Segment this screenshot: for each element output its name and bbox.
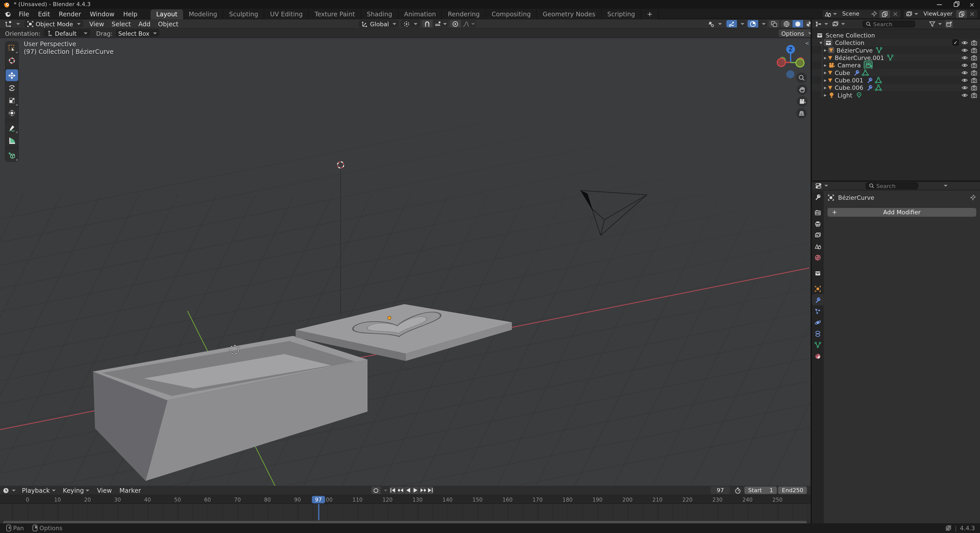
sidebar-collapse-arrow[interactable]: < bbox=[805, 41, 809, 46]
hide-viewport-eye-icon[interactable] bbox=[961, 39, 968, 46]
collapse-chevron-icon[interactable]: ▾ bbox=[818, 40, 824, 45]
playhead-line[interactable] bbox=[318, 504, 319, 520]
tab-render[interactable] bbox=[812, 207, 824, 218]
viewport-menu-object[interactable]: Object bbox=[154, 21, 182, 27]
tab-particles[interactable] bbox=[812, 305, 824, 317]
tab-rendering[interactable]: Rendering bbox=[442, 9, 486, 19]
outliner-row-cube[interactable]: ▸ ▼ Cube bbox=[812, 69, 980, 76]
tab-compositing[interactable]: Compositing bbox=[486, 9, 537, 19]
disable-render-camera-icon[interactable] bbox=[970, 62, 977, 68]
disable-render-camera-icon[interactable] bbox=[970, 84, 977, 91]
properties-search[interactable] bbox=[865, 182, 918, 189]
tool-transform[interactable] bbox=[6, 107, 18, 119]
scene-pin-button[interactable] bbox=[869, 10, 879, 18]
outliner-row-light[interactable]: ▸ Light bbox=[812, 91, 980, 98]
ortho-toggle-button[interactable] bbox=[796, 108, 807, 119]
hide-viewport-eye-icon[interactable] bbox=[961, 46, 968, 53]
snap-settings-dropdown[interactable] bbox=[433, 20, 449, 28]
tool-annotate[interactable] bbox=[6, 122, 18, 134]
tab-scene[interactable] bbox=[812, 240, 824, 252]
shading-solid-button[interactable] bbox=[792, 20, 803, 28]
hide-viewport-eye-icon[interactable] bbox=[961, 84, 968, 91]
menu-help[interactable]: Help bbox=[119, 8, 142, 19]
frame-start-field[interactable]: Start1 bbox=[744, 487, 777, 494]
tab-material[interactable] bbox=[812, 350, 824, 362]
show-gizmo-toggle[interactable] bbox=[726, 20, 737, 28]
outliner-search-input[interactable] bbox=[873, 21, 912, 27]
outliner-row-cube-006[interactable]: ▸ ▼ Cube.006 bbox=[812, 84, 980, 91]
auto-keying-toggle[interactable] bbox=[371, 487, 381, 494]
auto-keying-dropdown[interactable] bbox=[381, 487, 390, 494]
show-overlays-toggle[interactable] bbox=[748, 20, 758, 28]
hide-viewport-eye-icon[interactable] bbox=[961, 69, 968, 76]
object-type-visibility-dropdown[interactable] bbox=[705, 20, 724, 28]
breadcrumb-object-name[interactable]: BézierCurve bbox=[838, 194, 874, 201]
properties-search-input[interactable] bbox=[876, 183, 915, 189]
viewport-menu-view[interactable]: View bbox=[86, 21, 108, 27]
outliner-row-beziercurve-001[interactable]: ▸ ▼ BézierCurve.001 bbox=[812, 54, 980, 61]
tab-world[interactable] bbox=[812, 252, 824, 263]
disable-render-camera-icon[interactable] bbox=[970, 92, 977, 98]
outliner-filter-dropdown[interactable] bbox=[929, 21, 942, 27]
bezier-curve-object[interactable] bbox=[581, 190, 647, 235]
tab-physics[interactable] bbox=[812, 317, 824, 328]
zoom-view-button[interactable] bbox=[796, 73, 807, 83]
expand-chevron-icon[interactable]: ▸ bbox=[822, 85, 828, 90]
pan-view-button[interactable] bbox=[797, 84, 808, 95]
properties-options-dropdown[interactable] bbox=[942, 185, 948, 187]
tool-scale[interactable] bbox=[6, 94, 18, 106]
pivot-point-dropdown[interactable] bbox=[401, 20, 420, 28]
menu-file[interactable]: File bbox=[14, 8, 33, 19]
properties-editor-type-button[interactable] bbox=[815, 182, 828, 189]
current-frame-field[interactable]: 97 bbox=[711, 487, 730, 494]
disable-render-camera-icon[interactable] bbox=[970, 39, 977, 46]
camera-view-button[interactable] bbox=[797, 96, 808, 107]
outliner-row-scene-collection[interactable]: Scene Collection bbox=[812, 31, 980, 38]
proportional-editing-toggle[interactable] bbox=[450, 20, 461, 28]
timeline-track[interactable] bbox=[0, 504, 811, 520]
play-button[interactable] bbox=[412, 487, 419, 494]
close-button[interactable]: × bbox=[964, 0, 980, 9]
tool-options-dropdown[interactable]: Options bbox=[779, 29, 814, 37]
frame-end-field[interactable]: End250 bbox=[778, 487, 807, 494]
proportional-falloff-dropdown[interactable] bbox=[461, 20, 476, 28]
tab-sculpting[interactable]: Sculpting bbox=[223, 9, 264, 19]
view-layer-delete-button[interactable] bbox=[967, 10, 978, 18]
outliner-row-collection[interactable]: ▾ Collection ✓ bbox=[812, 39, 980, 46]
tab-texture-paint[interactable]: Texture Paint bbox=[309, 9, 361, 19]
tool-rotate[interactable] bbox=[6, 82, 18, 94]
tool-select-box[interactable] bbox=[6, 42, 18, 54]
timeline-editor-type-button[interactable] bbox=[3, 487, 16, 494]
gizmo-dropdown[interactable] bbox=[737, 20, 746, 28]
expand-chevron-icon[interactable]: ▸ bbox=[822, 70, 828, 75]
previous-keyframe-button[interactable] bbox=[397, 487, 404, 494]
blender-menu-button[interactable] bbox=[0, 8, 14, 19]
disable-render-camera-icon[interactable] bbox=[970, 54, 977, 61]
add-workspace-button[interactable]: + bbox=[641, 9, 659, 19]
expand-chevron-icon[interactable]: ▸ bbox=[822, 77, 828, 82]
tab-geometry-nodes[interactable]: Geometry Nodes bbox=[537, 9, 601, 19]
hide-viewport-eye-icon[interactable] bbox=[961, 76, 968, 83]
tab-tool[interactable] bbox=[812, 191, 824, 202]
outliner-editor-type-button[interactable] bbox=[815, 21, 828, 27]
scene-browse-button[interactable] bbox=[822, 10, 838, 18]
view-layer-browse-button[interactable] bbox=[904, 10, 920, 18]
menu-keying[interactable]: Keying bbox=[59, 487, 94, 494]
expand-chevron-icon[interactable]: ▸ bbox=[822, 62, 828, 68]
tab-animation[interactable]: Animation bbox=[398, 9, 442, 19]
scene-new-button[interactable] bbox=[879, 10, 890, 18]
menu-window[interactable]: Window bbox=[86, 8, 119, 19]
viewport-menu-select[interactable]: Select bbox=[108, 21, 135, 27]
outliner-display-mode-dropdown[interactable] bbox=[832, 21, 845, 27]
scene-delete-button[interactable] bbox=[889, 10, 900, 18]
playhead-badge[interactable]: 97 bbox=[312, 496, 325, 503]
tab-collection[interactable] bbox=[812, 267, 824, 279]
tab-shading[interactable]: Shading bbox=[361, 9, 398, 19]
snap-toggle[interactable] bbox=[422, 20, 433, 28]
tab-modifiers[interactable] bbox=[812, 294, 824, 305]
drag-dropdown[interactable]: Select Box bbox=[116, 29, 159, 37]
tab-uv-editing[interactable]: UV Editing bbox=[264, 9, 309, 19]
new-collection-button[interactable] bbox=[945, 20, 953, 28]
tool-measure[interactable] bbox=[6, 134, 18, 146]
collection-checkbox[interactable]: ✓ bbox=[953, 39, 959, 45]
